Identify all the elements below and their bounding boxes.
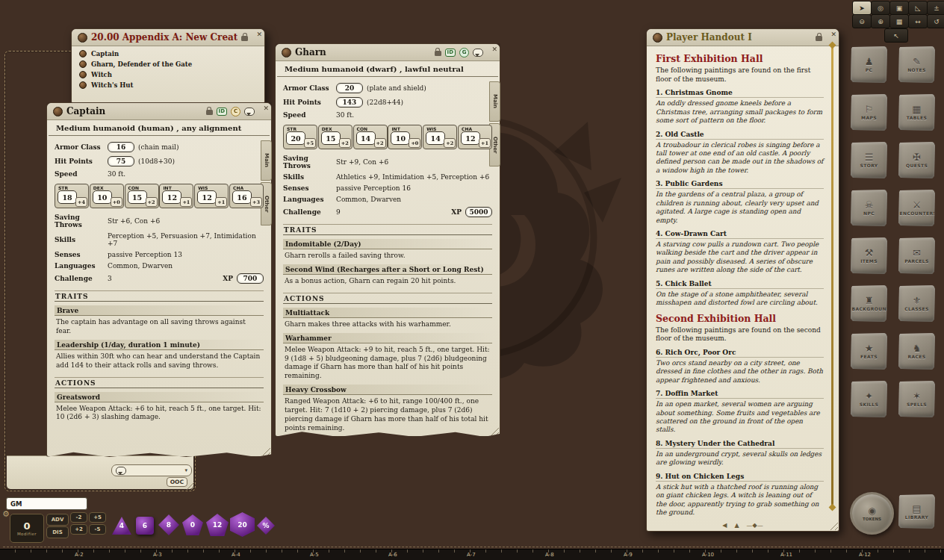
lock-icon[interactable] xyxy=(435,51,441,56)
ability-mod[interactable]: +4 xyxy=(75,197,87,207)
sidebar-item-tables[interactable]: ▦ TABLES xyxy=(898,94,935,131)
sidebar-item-pc[interactable]: ♟ PC xyxy=(851,46,887,83)
target-tool-button[interactable]: ◎ xyxy=(871,1,890,15)
mod-plus2-button[interactable]: +2 xyxy=(70,524,87,535)
ability-score[interactable]: 10 xyxy=(391,131,410,145)
reset-view-button[interactable]: ↺ xyxy=(927,14,944,28)
list-item-captain[interactable]: Captain xyxy=(72,49,264,59)
ability-mod[interactable]: +2 xyxy=(146,197,158,207)
sidebar-item-spells[interactable]: ✶ SPELLS xyxy=(898,381,935,417)
die-d12[interactable]: 12 xyxy=(206,514,229,536)
mod-plus5-button[interactable]: +5 xyxy=(89,512,106,523)
hp-value[interactable]: 143 xyxy=(336,97,363,108)
ability-score[interactable]: 20 xyxy=(286,131,305,145)
sidebar-item-encounters[interactable]: ⚔ ENCOUNTERS xyxy=(898,190,935,226)
ability-mod[interactable]: +0 xyxy=(409,138,420,148)
chat-speaker-field[interactable]: GM xyxy=(6,497,87,510)
ability-mod[interactable]: +5 xyxy=(304,138,316,148)
sidebar-item-backgrounds[interactable]: ♜ BACKGROUNDS xyxy=(851,285,887,322)
handout-scroll-rod[interactable] xyxy=(831,47,833,505)
zoom-in-button[interactable]: ⊕ xyxy=(871,14,890,28)
sidebar-item-npc[interactable]: ☠ NPC xyxy=(851,190,887,226)
speech-bubble-icon[interactable] xyxy=(244,108,255,116)
gharn-close-button[interactable]: ✕ xyxy=(491,46,497,53)
radial-menu-icon[interactable] xyxy=(78,33,87,43)
appendix-titlebar[interactable]: 20.00 Appendix A: New Creatures and xyxy=(72,29,264,46)
ooc-toggle-button[interactable]: OOC xyxy=(167,477,187,487)
pointer-tool-button[interactable]: ➤ xyxy=(852,1,872,15)
tab-main[interactable]: Main xyxy=(261,140,272,181)
list-item-gharn[interactable]: Gharn, Defender of the Gate xyxy=(72,59,264,69)
lock-icon[interactable] xyxy=(206,110,213,115)
ability-mod[interactable]: +1 xyxy=(479,138,491,148)
radial-menu-icon[interactable] xyxy=(282,48,291,57)
sidebar-item-classes[interactable]: ⚜ CLASSES xyxy=(898,285,935,322)
id-badge[interactable]: ID xyxy=(217,108,227,116)
appendix-close-button[interactable]: ✕ xyxy=(256,31,262,38)
ability-score[interactable]: 18 xyxy=(58,190,77,204)
die-d8[interactable]: 8 xyxy=(158,514,179,535)
hp-value[interactable]: 75 xyxy=(108,156,134,167)
lock-icon[interactable] xyxy=(241,36,248,41)
prev-page-button[interactable]: ◀ xyxy=(722,522,727,529)
ability-mod[interactable]: +3 xyxy=(250,197,262,207)
ability-mod[interactable]: +1 xyxy=(215,197,227,207)
pan-tool-button[interactable]: ↔ xyxy=(908,14,928,28)
sidebar-item-parcels[interactable]: ✉ PARCELS xyxy=(898,237,935,274)
die-d100[interactable]: % xyxy=(257,517,275,535)
tab-main[interactable]: Main xyxy=(489,81,500,122)
speech-bubble-icon[interactable] xyxy=(473,49,483,57)
captain-resize-grip[interactable] xyxy=(261,446,270,455)
list-item-witchs-hut[interactable]: Witch's Hut xyxy=(72,80,264,90)
xp-value[interactable]: 700 xyxy=(237,273,264,284)
sidebar-item-quests[interactable]: ✠ QUESTS xyxy=(898,142,935,178)
die-d6[interactable]: 6 xyxy=(136,517,154,535)
sidebar-item-races[interactable]: ♞ RACES xyxy=(898,333,935,370)
handout-titlebar[interactable]: Player Handout I xyxy=(647,29,839,46)
gharn-titlebar[interactable]: Gharn ID G xyxy=(276,44,500,61)
die-d20[interactable]: 20 xyxy=(230,512,255,537)
plus-minus-tool-button[interactable]: ± xyxy=(927,1,944,15)
ability-mod[interactable]: +2 xyxy=(339,138,351,148)
pointer-toggle-button[interactable]: ↖ xyxy=(884,28,908,43)
lock-icon[interactable] xyxy=(816,36,822,41)
die-d10[interactable]: 0 xyxy=(182,514,203,535)
measure-tool-button[interactable]: ◺ xyxy=(908,1,928,15)
select-tool-button[interactable]: ▣ xyxy=(889,1,909,15)
grid-tool-button[interactable]: ▦ xyxy=(889,14,909,28)
ability-score[interactable]: 14 xyxy=(356,131,376,145)
radial-menu-icon[interactable] xyxy=(53,107,63,116)
zoom-out-button[interactable]: ⊖ xyxy=(852,14,872,28)
ability-score[interactable]: 12 xyxy=(162,190,181,204)
ability-score[interactable]: 14 xyxy=(426,131,445,145)
ability-mod[interactable]: +1 xyxy=(180,197,192,207)
radial-menu-icon[interactable] xyxy=(653,33,662,43)
ability-score[interactable]: 12 xyxy=(461,131,480,145)
advantage-button[interactable]: ADV xyxy=(46,514,69,526)
ability-mod[interactable]: +2 xyxy=(374,138,386,148)
captain-close-button[interactable]: ✕ xyxy=(263,105,269,112)
ability-mod[interactable]: +2 xyxy=(444,138,456,148)
letter-badge[interactable]: G xyxy=(459,48,469,57)
sidebar-item-maps[interactable]: ⚐ MAPS xyxy=(851,94,887,131)
chat-language-dropdown[interactable]: ▾ xyxy=(111,464,192,476)
page-up-button[interactable]: ▲ xyxy=(734,522,739,529)
captain-titlebar[interactable]: Captain ID C xyxy=(47,103,271,120)
sidebar-item-skills[interactable]: ✦ SKILLS xyxy=(851,381,887,417)
gear-icon[interactable]: ⚙ xyxy=(2,509,10,519)
ability-score[interactable]: 15 xyxy=(321,131,341,145)
sidebar-item-story[interactable]: ☰ STORY xyxy=(851,142,887,178)
letter-badge[interactable]: C xyxy=(231,107,240,116)
die-d4[interactable]: 4 xyxy=(112,517,131,535)
ac-value[interactable]: 20 xyxy=(336,83,363,93)
disadvantage-button[interactable]: DIS xyxy=(46,526,69,538)
sidebar-item-feats[interactable]: ★ FEATS xyxy=(851,333,887,370)
xp-value[interactable]: 5000 xyxy=(465,207,492,217)
list-item-witch[interactable]: Witch xyxy=(72,69,264,80)
sidebar-item-items[interactable]: ⚒ ITEMS xyxy=(851,237,887,274)
id-badge[interactable]: ID xyxy=(445,49,456,57)
handout-close-button[interactable]: ✕ xyxy=(830,31,836,38)
sidebar-item-notes[interactable]: ✎ NOTES xyxy=(898,46,935,83)
ability-score[interactable]: 15 xyxy=(128,190,147,204)
ac-value[interactable]: 16 xyxy=(108,142,134,152)
